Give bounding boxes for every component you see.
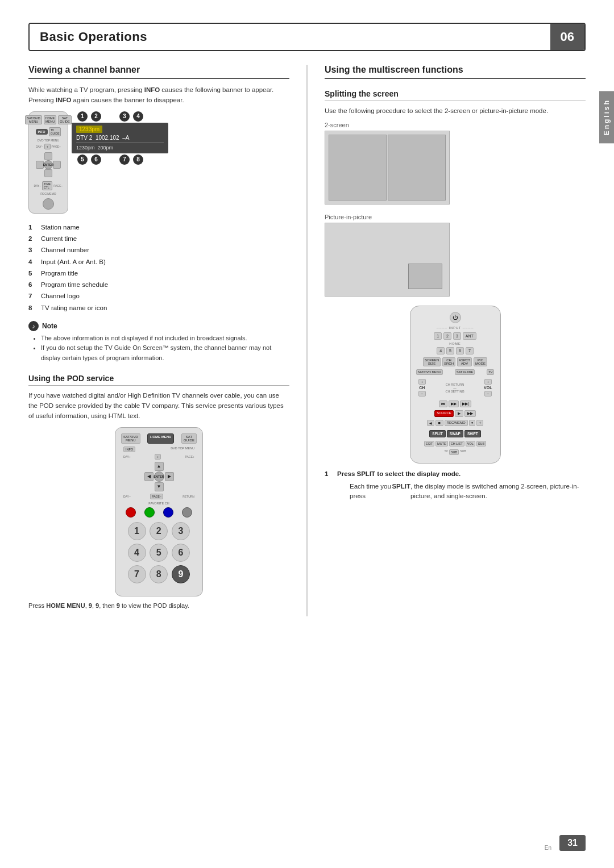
splitting-body: Use the following procedure to select th… bbox=[325, 106, 586, 116]
list-item: 1Station name bbox=[28, 223, 289, 232]
pip-label: Picture-in-picture bbox=[325, 214, 586, 220]
note-header: ♪ Note bbox=[28, 321, 289, 331]
chapter-header: Basic Operations 06 bbox=[28, 23, 586, 51]
chapter-number: 06 bbox=[550, 24, 584, 50]
banner-channel-line: DTV 2 1002.102 –A bbox=[76, 135, 164, 143]
list-item: 8TV rating name or icon bbox=[28, 303, 289, 313]
multiscreen-section-title: Using the multiscreen functions bbox=[325, 65, 586, 79]
viewing-body: While watching a TV program, pressing IN… bbox=[28, 85, 289, 106]
large-remote-diagram: ⏻ ──── INPUT ──── 1 2 3 ANT HOME 4 5 6 7 bbox=[325, 306, 586, 464]
splitting-sub-title: Splitting the screen bbox=[325, 89, 586, 101]
language-sidebar: English bbox=[599, 91, 614, 143]
list-item: 2Current time bbox=[28, 234, 289, 244]
list-item: 5Program title bbox=[28, 269, 289, 278]
note-icon: ♪ bbox=[28, 321, 39, 331]
list-item: 6Program time schedule bbox=[28, 280, 289, 290]
banner-time: 1233pm bbox=[76, 126, 102, 133]
note-list: The above information is not displayed i… bbox=[28, 333, 289, 364]
pip-preview bbox=[325, 223, 450, 297]
note-item: If you do not setup the TV Guide On Scre… bbox=[41, 343, 289, 363]
step-sub-item: Each time you press SPLIT, the display m… bbox=[350, 482, 586, 502]
two-screen-preview bbox=[325, 131, 450, 205]
small-remote: SAT/DVDMENU HOMEMENU SATGUIDE INFO TVGUI… bbox=[28, 111, 68, 214]
chapter-title: Basic Operations bbox=[30, 24, 550, 50]
step-item: 1 Press SPLIT to select the display mode… bbox=[325, 469, 586, 504]
list-item: 3Channel number bbox=[28, 245, 289, 255]
pod-remote-diagram: SAT/DVDMENU HOME MENU SATGUIDE INFO DVD … bbox=[28, 427, 289, 596]
left-column: Viewing a channel banner While watching … bbox=[28, 65, 289, 616]
two-screen-label: 2-screen bbox=[325, 122, 586, 128]
banner-prog-time: 1230pm 200pm bbox=[76, 145, 164, 151]
pod-section-title: Using the POD service bbox=[28, 374, 289, 386]
page-number: 31 bbox=[559, 835, 586, 851]
note-box: ♪ Note The above information is not disp… bbox=[28, 321, 289, 364]
note-item: The above information is not displayed i… bbox=[41, 333, 289, 344]
right-column: English Using the multiscreen functions … bbox=[306, 65, 586, 616]
banner-callout-area: 1 2 3 4 1233pm DTV 2 1002.102 –A bbox=[72, 111, 168, 165]
page-lang-code: En bbox=[545, 845, 551, 851]
list-item: 7Channel logo bbox=[28, 291, 289, 301]
pod-caption: Press HOME MENU, 9, 9, then 9 to view th… bbox=[28, 601, 289, 611]
pod-body: If you have watched digital and/or High … bbox=[28, 390, 289, 422]
banner-diagram: SAT/DVDMENU HOMEMENU SATGUIDE INFO TVGUI… bbox=[28, 111, 289, 214]
banner-items-list: 1Station name 2Current time 3Channel num… bbox=[28, 223, 289, 313]
section-viewing-title: Viewing a channel banner bbox=[28, 65, 289, 79]
list-item: 4Input (Ant. A or Ant. B) bbox=[28, 257, 289, 267]
splitting-steps: 1 Press SPLIT to select the display mode… bbox=[325, 469, 586, 504]
